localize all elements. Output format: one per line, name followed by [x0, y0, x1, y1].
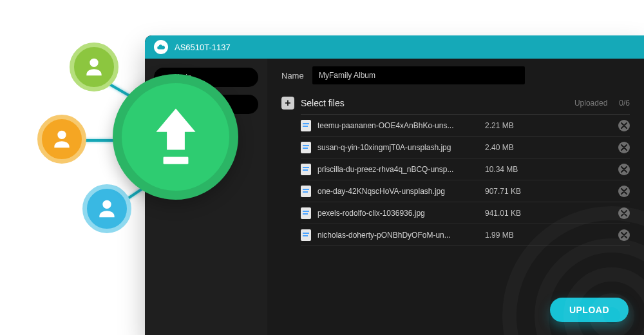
remove-file-button[interactable]	[618, 142, 630, 153]
file-size: 1.99 MB	[485, 231, 543, 240]
main-panel: Name + Select files Uploaded 0/6 teemu-p…	[267, 59, 644, 335]
uploaded-label: Uploaded	[574, 99, 607, 108]
file-row: pexels-rodolfo-clix-1036936.jpg941.01 KB	[301, 202, 630, 224]
sidebar-item[interactable]	[154, 95, 258, 114]
file-icon	[301, 229, 311, 241]
file-name: teemu-paananen-OOE4xAnBhKo-uns...	[317, 121, 485, 130]
title-bar: AS6510T-1137	[145, 35, 644, 59]
remove-file-button[interactable]	[618, 229, 630, 241]
file-icon	[301, 142, 311, 153]
file-row: teemu-paananen-OOE4xAnBhKo-uns...2.21 MB	[301, 115, 630, 137]
remove-file-button[interactable]	[618, 164, 630, 175]
dot-icon	[162, 75, 166, 79]
file-size: 941.01 KB	[485, 209, 543, 218]
file-row: priscilla-du-preez-rhva4q_nBCQ-unsp...10…	[301, 158, 630, 180]
dot-icon	[162, 102, 166, 106]
file-size: 2.21 MB	[485, 121, 543, 130]
select-files-row: + Select files Uploaded 0/6	[281, 93, 630, 113]
sidebar: admin	[145, 59, 267, 335]
add-files-button[interactable]: +	[281, 97, 294, 110]
user-avatar-blue	[82, 184, 131, 233]
user-avatar-orange	[37, 115, 86, 164]
file-size: 2.40 MB	[485, 143, 543, 152]
album-name-input[interactable]	[312, 66, 525, 84]
file-name: pexels-rodolfo-clix-1036936.jpg	[317, 209, 485, 218]
file-size: 907.71 KB	[485, 187, 543, 196]
remove-file-button[interactable]	[618, 186, 630, 197]
file-name: priscilla-du-preez-rhva4q_nBCQ-unsp...	[317, 165, 485, 174]
file-icon	[301, 207, 311, 219]
file-list: teemu-paananen-OOE4xAnBhKo-uns...2.21 MB…	[301, 114, 630, 246]
sidebar-user-label: admin	[171, 73, 192, 82]
device-title: AS6510T-1137	[175, 43, 231, 52]
file-icon	[301, 120, 311, 131]
file-icon	[301, 164, 311, 175]
name-label: Name	[281, 71, 312, 81]
select-files-label: Select files	[301, 98, 345, 108]
file-name: nicholas-doherty-pONBhDyOFoM-un...	[317, 231, 485, 240]
file-icon	[301, 186, 311, 197]
remove-file-button[interactable]	[618, 120, 630, 131]
file-name: susan-q-yin-10xingmjT0A-unsplash.jpg	[317, 143, 485, 152]
uploaded-count: 0/6	[619, 99, 630, 108]
app-window: AS6510T-1137 admin Name + Select files	[145, 35, 644, 335]
sidebar-user-pill[interactable]: admin	[154, 68, 258, 87]
cloud-icon	[154, 40, 168, 54]
file-row: one-day-42KNqscHoVA-unsplash.jpg907.71 K…	[301, 180, 630, 202]
remove-file-button[interactable]	[618, 207, 630, 219]
name-row: Name	[281, 66, 630, 84]
user-avatar-green	[70, 43, 118, 91]
upload-button[interactable]: UPLOAD	[550, 298, 629, 322]
file-row: nicholas-doherty-pONBhDyOFoM-un...1.99 M…	[301, 224, 630, 246]
file-row: susan-q-yin-10xingmjT0A-unsplash.jpg2.40…	[301, 137, 630, 158]
file-size: 10.34 MB	[485, 165, 543, 174]
file-name: one-day-42KNqscHoVA-unsplash.jpg	[317, 187, 485, 196]
